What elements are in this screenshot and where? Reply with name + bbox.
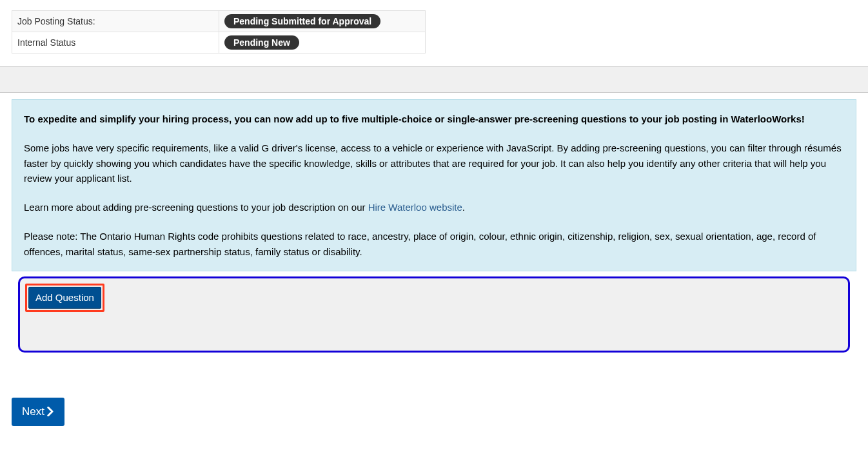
footer-actions: Next: [12, 353, 856, 439]
next-button[interactable]: Next: [12, 398, 64, 426]
status-badge: Pending Submitted for Approval: [224, 14, 380, 28]
question-zone: Add Question: [18, 276, 850, 353]
status-section: Job Posting Status: Pending Submitted fo…: [0, 0, 868, 66]
hire-waterloo-link[interactable]: Hire Waterloo website: [368, 202, 462, 213]
questions-section: To expedite and simplify your hiring pro…: [0, 92, 868, 439]
add-question-button[interactable]: Add Question: [28, 287, 101, 309]
table-row: Internal Status Pending New: [12, 32, 426, 53]
info-text: Learn more about adding pre-screening qu…: [24, 202, 368, 213]
chevron-right-icon: [47, 407, 54, 416]
info-text: .: [462, 202, 465, 213]
status-label: Job Posting Status:: [12, 11, 219, 32]
info-heading: To expedite and simplify your hiring pro…: [24, 111, 844, 126]
next-button-label: Next: [22, 405, 44, 418]
info-callout: To expedite and simplify your hiring pro…: [12, 99, 856, 271]
section-divider: [0, 66, 868, 92]
table-row: Job Posting Status: Pending Submitted fo…: [12, 11, 426, 32]
status-table: Job Posting Status: Pending Submitted fo…: [12, 10, 426, 53]
status-value: Pending New: [219, 32, 426, 53]
status-badge: Pending New: [224, 35, 299, 50]
info-paragraph: Some jobs have very specific requirement…: [24, 140, 844, 186]
add-question-highlight: Add Question: [25, 284, 104, 312]
status-label: Internal Status: [12, 32, 219, 53]
info-paragraph: Please note: The Ontario Human Rights co…: [24, 229, 844, 259]
info-paragraph: Learn more about adding pre-screening qu…: [24, 200, 844, 215]
status-value: Pending Submitted for Approval: [219, 11, 426, 32]
